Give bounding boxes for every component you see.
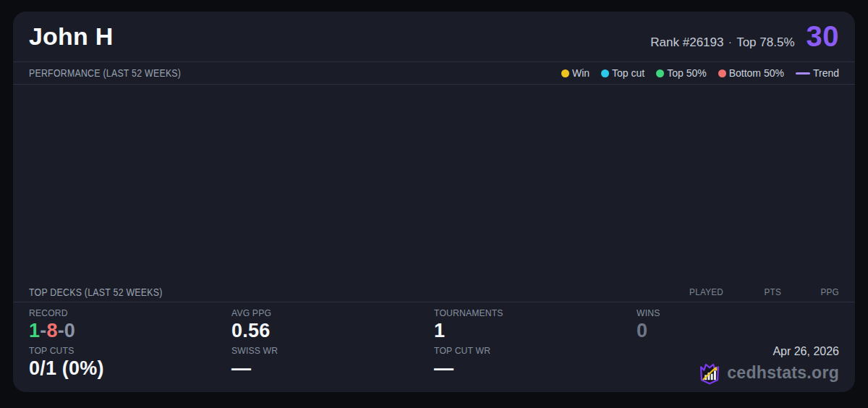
legend-label: Trend	[813, 67, 839, 79]
chart-legend: Win Top cut Top 50% Bottom 50% Trend	[561, 67, 839, 79]
bottom-50-dot-icon	[718, 69, 726, 77]
player-stats-card: John H Rank #26193·Top 78.5% 30 PERFORMA…	[13, 12, 855, 392]
stat-avg-ppg: AVG PPG 0.56	[231, 307, 434, 342]
avg-ppg-value: 0.56	[231, 320, 434, 342]
column-header-pts: PTS	[729, 286, 781, 297]
stat-label: WINS	[637, 307, 819, 318]
card-header: John H Rank #26193·Top 78.5% 30	[13, 12, 855, 62]
swiss-wr-value: —	[231, 358, 434, 380]
top-percent-text: Top 78.5%	[736, 35, 794, 49]
card-date: Apr 26, 2026	[773, 345, 839, 358]
legend-label: Top cut	[612, 67, 644, 79]
stat-record: RECORD 1-8-0	[29, 307, 231, 342]
top-decks-columns: PLAYED PTS PPG	[665, 286, 839, 297]
tournaments-value: 1	[434, 320, 637, 342]
legend-label: Top 50%	[667, 67, 706, 79]
stat-label: TOP CUTS	[29, 345, 211, 356]
site-name-link[interactable]: cedhstats.org	[727, 363, 839, 383]
column-header-played: PLAYED	[671, 286, 723, 297]
legend-item-top-cut: Top cut	[601, 67, 644, 79]
legend-item-win: Win	[561, 67, 590, 79]
header-rank-area: Rank #26193·Top 78.5% 30	[650, 20, 839, 53]
footer-branding: Apr 26, 2026 cedhstats.org	[637, 345, 839, 385]
stat-label: AVG PPG	[231, 307, 414, 318]
stat-tournaments: TOURNAMENTS 1	[434, 307, 637, 342]
legend-item-top-50: Top 50%	[656, 67, 706, 79]
record-draws: 0	[64, 320, 75, 341]
performance-chart-area	[13, 85, 855, 282]
performance-section-title: PERFORMANCE (LAST 52 WEEKS)	[29, 67, 181, 79]
stat-label: TOP CUT WR	[434, 345, 616, 356]
record-value: 1-8-0	[29, 320, 231, 342]
top-decks-section-title: TOP DECKS (LAST 52 WEEKS)	[29, 286, 163, 298]
column-header-ppg: PPG	[787, 286, 839, 297]
legend-item-bottom-50: Bottom 50%	[718, 67, 784, 79]
page-title: John H	[29, 22, 113, 51]
top-decks-header-row: TOP DECKS (LAST 52 WEEKS) PLAYED PTS PPG	[13, 282, 855, 302]
cedhstats-logo-icon	[697, 360, 722, 385]
top-cut-dot-icon	[601, 69, 609, 77]
stat-label: RECORD	[29, 307, 211, 318]
score-value: 30	[807, 20, 840, 53]
performance-header-row: PERFORMANCE (LAST 52 WEEKS) Win Top cut …	[13, 62, 855, 85]
top-cuts-value: 0/1 (0%)	[29, 358, 231, 380]
stats-grid: RECORD 1-8-0 AVG PPG 0.56 TOURNAMENTS 1 …	[13, 302, 855, 392]
win-dot-icon	[561, 69, 569, 77]
record-separator: -	[58, 320, 64, 341]
record-losses: 8	[46, 320, 57, 341]
wins-value: 0	[637, 320, 839, 342]
legend-item-trend: Trend	[796, 67, 839, 79]
rank-line: Rank #26193·Top 78.5%	[650, 35, 794, 50]
rank-separator: ·	[723, 35, 736, 49]
trend-line-icon	[796, 72, 810, 75]
rank-text: Rank #26193	[650, 35, 723, 49]
top-cut-wr-value: —	[434, 358, 637, 380]
legend-label: Win	[572, 67, 590, 79]
stat-wins: WINS 0	[637, 307, 839, 342]
stat-label: SWISS WR	[231, 345, 414, 356]
site-branding-row[interactable]: cedhstats.org	[697, 360, 839, 385]
record-wins: 1	[29, 320, 40, 341]
stat-top-cuts: TOP CUTS 0/1 (0%)	[29, 345, 231, 385]
legend-label: Bottom 50%	[729, 67, 784, 79]
stat-label: TOURNAMENTS	[434, 307, 616, 318]
stat-swiss-wr: SWISS WR —	[231, 345, 434, 385]
top-50-dot-icon	[656, 69, 664, 77]
stat-top-cut-wr: TOP CUT WR —	[434, 345, 637, 385]
